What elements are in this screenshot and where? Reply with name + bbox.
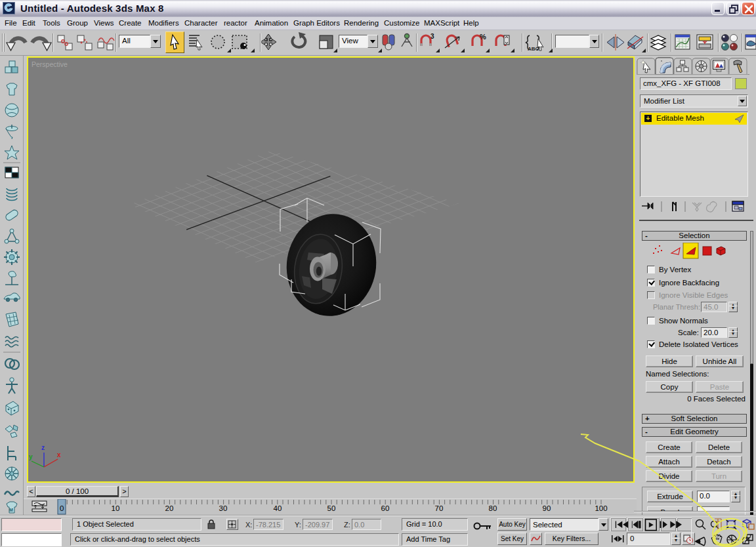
svg-text:10: 10 <box>112 504 120 512</box>
svg-text:90: 90 <box>543 504 551 512</box>
svg-text:70: 70 <box>435 504 444 512</box>
svg-text:20: 20 <box>165 504 174 512</box>
svg-text:z: z <box>41 444 45 451</box>
svg-text:y: y <box>29 453 33 460</box>
svg-text:50: 50 <box>327 504 336 512</box>
svg-text:40: 40 <box>274 504 282 512</box>
svg-text:M: M <box>9 508 13 512</box>
svg-text:80: 80 <box>489 504 497 512</box>
svg-text:x: x <box>57 451 61 458</box>
svg-text:30: 30 <box>219 504 228 512</box>
svg-text:60: 60 <box>381 504 390 512</box>
svg-text:100: 100 <box>595 504 607 512</box>
svg-text:0: 0 <box>60 504 64 512</box>
